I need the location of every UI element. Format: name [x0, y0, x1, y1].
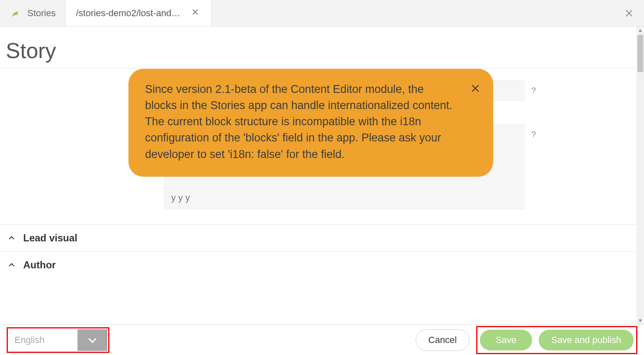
tab-bar: Stories /stories-demo2/lost-and… — [0, 0, 644, 27]
help-lead-icon[interactable]: ? — [531, 124, 536, 139]
language-select[interactable]: English — [9, 329, 107, 351]
chevron-up-icon — [7, 261, 16, 269]
tab-app-stories[interactable]: Stories — [0, 0, 66, 26]
close-tab-icon[interactable] — [189, 6, 201, 20]
warning-text: Since version 2.1-beta of the Content Ed… — [145, 83, 453, 160]
chevron-up-icon — [7, 234, 16, 242]
language-label: English — [9, 335, 77, 345]
leaf-icon — [10, 7, 22, 19]
annotation-save-highlight: Save Save and publish — [476, 326, 637, 354]
language-dropdown-toggle[interactable] — [77, 329, 107, 351]
scroll-down-arrow-icon[interactable]: ▼ — [637, 317, 644, 324]
scroll-thumb[interactable] — [637, 35, 643, 72]
section-author[interactable]: Author — [0, 251, 637, 278]
save-button[interactable]: Save — [480, 330, 532, 350]
cancel-button[interactable]: Cancel — [416, 329, 470, 351]
close-notification-icon[interactable] — [470, 80, 481, 99]
scrollbar[interactable]: ▲ ▼ — [637, 27, 644, 324]
section-lead-visual[interactable]: Lead visual — [0, 224, 637, 251]
lead-partial-text: y y y — [171, 192, 190, 203]
scroll-up-arrow-icon[interactable]: ▲ — [637, 27, 644, 34]
annotation-language-highlight: English — [7, 327, 109, 353]
section-author-label: Author — [23, 259, 56, 271]
action-bar: English Cancel Save Save and publish — [0, 324, 644, 355]
tab-app-label: Stories — [27, 8, 56, 19]
close-all-icon[interactable] — [614, 0, 644, 26]
warning-notification: Since version 2.1-beta of the Content Ed… — [128, 69, 493, 177]
save-and-publish-button[interactable]: Save and publish — [539, 330, 634, 350]
tab-path-label: /stories-demo2/lost-and… — [76, 8, 180, 19]
section-lead-visual-label: Lead visual — [23, 232, 77, 244]
page-title: Story — [0, 27, 637, 68]
help-title-icon[interactable]: ? — [531, 80, 536, 95]
tab-active-document[interactable]: /stories-demo2/lost-and… — [66, 0, 211, 26]
